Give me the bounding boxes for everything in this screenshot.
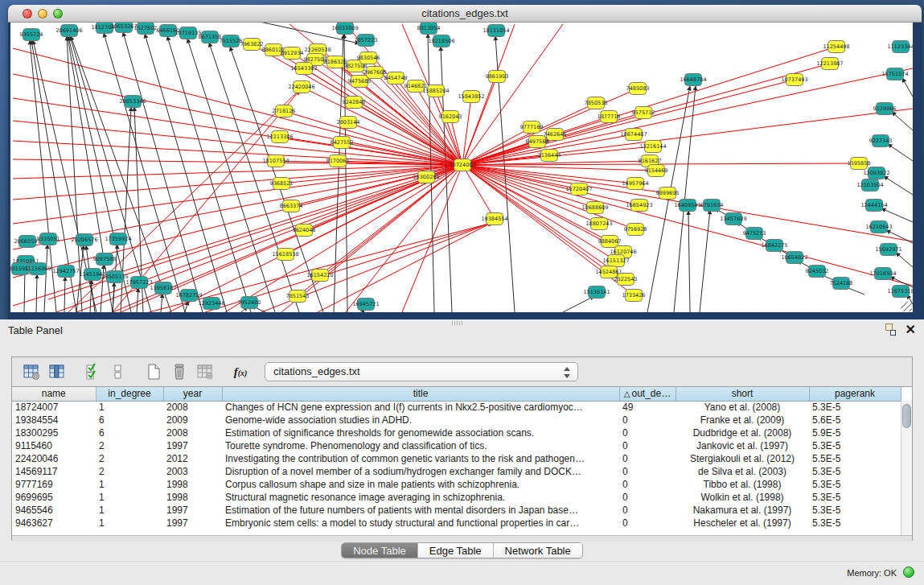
cell-short[interactable]: Nakamura et al. (1997)	[676, 504, 809, 517]
graph-edge[interactable]	[892, 112, 913, 130]
cell-name[interactable]: 9699695	[12, 491, 96, 504]
graph-edge[interactable]	[902, 78, 913, 97]
graph-node[interactable]: 1527602	[134, 23, 158, 35]
graph-node[interactable]: 7952480	[238, 297, 261, 309]
cell-year[interactable]: 1997	[163, 517, 222, 529]
graph-node[interactable]: 20206576	[71, 234, 97, 246]
cell-in_degree[interactable]: 6	[96, 414, 163, 426]
column-header-year[interactable]: year	[163, 387, 222, 401]
graph-edge[interactable]	[137, 288, 138, 312]
cell-pagerank[interactable]: 5.3E-5	[809, 491, 901, 504]
cell-out_degree[interactable]: 0	[619, 426, 676, 439]
graph-node[interactable]: 6791934	[700, 200, 724, 212]
graph-edge[interactable]	[64, 277, 65, 312]
graph-node-selected[interactable]: 8663374	[280, 200, 303, 212]
cell-year[interactable]: 1998	[163, 491, 222, 504]
cell-out_degree[interactable]: 0	[619, 452, 676, 465]
cell-pagerank[interactable]: 5.3E-5	[809, 478, 901, 491]
cell-pagerank[interactable]: 5.3E-5	[809, 465, 901, 478]
graph-node[interactable]: 7515526	[220, 35, 243, 47]
graph-edge[interactable]	[318, 222, 493, 312]
cell-out_degree[interactable]: 49	[619, 401, 676, 414]
cell-out_degree[interactable]: 0	[619, 504, 676, 517]
column-header-out_degree[interactable]: △out_de…	[619, 387, 676, 401]
close-panel-icon[interactable]: ✕	[906, 323, 916, 336]
network-canvas[interactable]: 1872400779638228860128891293422260538982…	[10, 23, 913, 312]
network-graph-svg[interactable]: 1872400779638228860128891293422260538982…	[10, 23, 913, 312]
cell-name[interactable]: 19384554	[12, 414, 96, 426]
graph-node-selected[interactable]: 2522543	[614, 274, 638, 286]
graph-node-selected[interactable]: 9368521	[270, 178, 294, 190]
graph-node-selected[interactable]: 9475685	[348, 76, 372, 88]
cell-short[interactable]: Jankovic et al. (1997)	[676, 439, 809, 452]
graph-edge[interactable]	[896, 253, 913, 267]
table-select[interactable]: citations_edges.txt	[265, 362, 578, 381]
cell-short[interactable]: de Silva et al. (2003)	[676, 465, 809, 478]
graph-node-selected[interactable]: 9899695	[656, 187, 680, 200]
graph-edge[interactable]	[886, 230, 913, 243]
cell-out_degree[interactable]: 0	[619, 439, 676, 452]
graph-node[interactable]: 15692971	[875, 244, 901, 256]
cell-pagerank[interactable]: 5.3E-5	[809, 401, 901, 414]
cell-short[interactable]: Wolkin et al. (1998)	[676, 491, 809, 504]
cell-title[interactable]: Tourette syndrome. Phenomenology and cla…	[222, 439, 619, 452]
cell-in_degree[interactable]: 6	[96, 426, 163, 439]
graph-node[interactable]: 8671358	[199, 31, 222, 43]
cell-pagerank[interactable]: 5.5E-5	[809, 452, 901, 465]
cell-title[interactable]: Corpus callosum shape and size in male p…	[222, 478, 619, 491]
cell-in_degree[interactable]: 1	[96, 491, 163, 504]
delete-table-icon[interactable]	[195, 361, 216, 382]
graph-edge[interactable]	[888, 144, 913, 161]
tab-edge-table[interactable]: Edge Table	[418, 543, 494, 558]
cell-name[interactable]: 14569117	[12, 465, 96, 478]
table-settings-icon[interactable]	[21, 361, 42, 382]
graph-node-selected[interactable]: 9756928	[624, 224, 647, 236]
graph-node-selected[interactable]: 1877716	[598, 111, 621, 123]
graph-node-selected[interactable]: 7624046	[293, 225, 316, 237]
attribute-table[interactable]: namein_degreeyeartitle△out_de…shortpager…	[12, 387, 901, 529]
cell-title[interactable]: Structural magnetic resonance image aver…	[222, 491, 619, 504]
graph-node-selected[interactable]: 19384554	[481, 213, 507, 225]
cell-short[interactable]: Hescheler et al. (1997)	[676, 517, 809, 529]
graph-node-selected[interactable]: 9162043	[439, 111, 462, 123]
cell-short[interactable]: Tibbo et al. (1998)	[676, 478, 809, 491]
graph-node-selected[interactable]: 9861903	[486, 71, 509, 83]
graph-edge[interactable]	[167, 36, 251, 312]
graph-node-selected[interactable]: 7963822	[240, 39, 264, 51]
network-window-titlebar[interactable]: citations_edges.txt	[8, 5, 922, 23]
cell-out_degree[interactable]: 0	[619, 465, 676, 478]
graph-node[interactable]: 18131054	[483, 25, 509, 37]
horizontal-scrollbar[interactable]	[12, 535, 912, 542]
graph-node-selected[interactable]: 7485083	[626, 83, 650, 95]
tab-node-table[interactable]: Node Table	[342, 543, 418, 558]
graph-node[interactable]: 20691406	[55, 25, 82, 37]
cell-year[interactable]: 1997	[163, 439, 222, 452]
graph-node-selected[interactable]: 2718126	[273, 105, 296, 117]
cell-in_degree[interactable]: 1	[96, 517, 163, 529]
cell-year[interactable]: 2008	[163, 426, 222, 439]
cell-in_degree[interactable]: 1	[96, 401, 163, 414]
graph-node[interactable]: 11123344	[887, 41, 913, 53]
graph-edge[interactable]	[348, 122, 462, 165]
table-row[interactable]: 977716911998Corpus callosum shape and si…	[12, 478, 901, 491]
vertical-scrollbar-thumb[interactable]	[902, 404, 911, 428]
cell-year[interactable]: 1997	[163, 504, 222, 517]
graph-edge[interactable]	[13, 48, 462, 165]
cell-name[interactable]: 18300295	[12, 426, 96, 439]
graph-edge[interactable]	[884, 176, 913, 195]
table-row[interactable]: 946362711997Embryonic stem cells: a mode…	[12, 517, 901, 529]
graph-node-selected[interactable]: 9575712	[632, 107, 655, 119]
graph-node-selected[interactable]: 12213987	[816, 58, 843, 70]
graph-node-selected[interactable]: 11254498	[823, 41, 849, 53]
graph-node[interactable]: 19218506	[428, 35, 454, 47]
graph-node-selected[interactable]: 7851543	[286, 290, 310, 303]
new-table-icon[interactable]	[143, 361, 164, 382]
graph-node-selected[interactable]: 2136444	[538, 150, 561, 162]
tab-network-table[interactable]: Network Table	[494, 543, 582, 558]
clear-selection-icon[interactable]	[108, 361, 129, 382]
graph-node-selected[interactable]: 9154469	[645, 165, 668, 177]
graph-edge[interactable]	[344, 34, 347, 312]
graph-node-selected[interactable]: 1595858	[848, 158, 871, 170]
graph-node[interactable]: 16842275	[761, 240, 787, 252]
cell-out_degree[interactable]: 0	[619, 491, 676, 504]
